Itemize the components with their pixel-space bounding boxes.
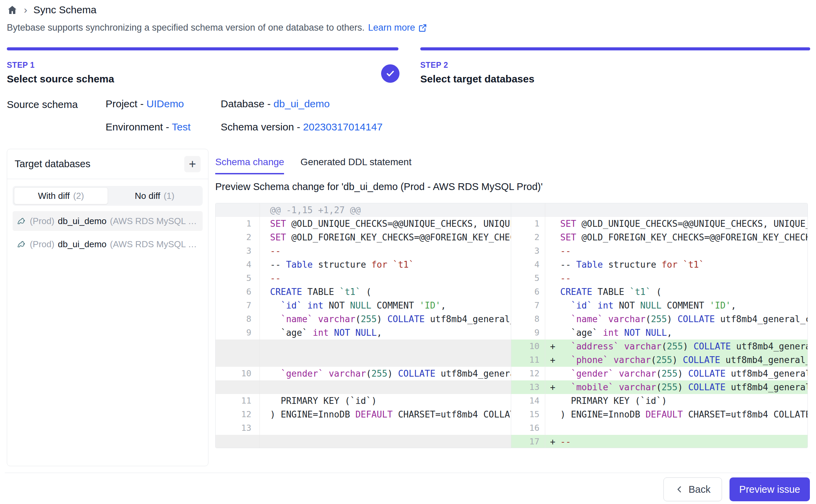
diff-marker (545, 258, 560, 271)
footer-divider (5, 473, 811, 473)
line-number: 2 (216, 231, 260, 244)
diff-row (216, 340, 511, 353)
db-environment: (Prod) (30, 239, 54, 250)
diff-row (216, 380, 511, 394)
line-number: 7 (216, 299, 260, 312)
diff-row: 3-- (216, 244, 511, 258)
line-number: 1 (216, 217, 260, 231)
db-environment: (Prod) (30, 216, 54, 226)
diff-row (216, 435, 511, 448)
environment-link[interactable]: Test (172, 121, 191, 132)
code-line: `address` varchar(255) COLLATE utf8mb4_g… (560, 340, 807, 353)
with-diff-count: (2) (73, 191, 84, 201)
source-project-field: Project - UIDemo (106, 98, 221, 110)
line-number: 10 (216, 367, 260, 380)
breadcrumb-separator-icon: › (24, 4, 27, 16)
code-line: -- Table structure for `t1` (260, 258, 511, 271)
code-line: `age` int NOT NULL, (560, 326, 807, 340)
home-icon[interactable] (7, 4, 18, 15)
sync-schema-page: › Sync Schema Bytebase supports synchron… (0, 0, 816, 504)
line-number: 8 (511, 312, 545, 326)
db-instance: (AWS RDS MySQL Prod) (110, 239, 199, 250)
learn-more-label: Learn more (368, 22, 415, 33)
page-description: Bytebase supports synchronizing a specif… (7, 22, 427, 33)
line-number: 14 (511, 394, 545, 408)
breadcrumb: › Sync Schema (7, 4, 96, 16)
line-number: 7 (511, 299, 545, 312)
tab-schema-change[interactable]: Schema change (215, 157, 284, 174)
code-line: SET @OLD_UNIQUE_CHECKS=@@UNIQUE_CHECKS, … (260, 217, 511, 231)
diff-row: 2SET @OLD_FOREIGN_KEY_CHECKS=@@FOREIGN_K… (511, 231, 807, 244)
line-number (216, 203, 260, 217)
line-number: 12 (216, 408, 260, 421)
database-list-item[interactable]: (Prod) db_ui_demo (AWS RDS MySQL Prod) (13, 234, 203, 254)
code-line: -- (560, 271, 807, 285)
step1-block: STEP 1 Select source schema (7, 61, 114, 85)
diff-marker (545, 394, 560, 408)
db-name: db_ui_demo (58, 216, 107, 226)
tab-generated-ddl[interactable]: Generated DDL statement (300, 157, 411, 174)
diff-row: 13+ `mobile` varchar(255) COLLATE utf8mb… (511, 380, 807, 394)
diff-row: 6CREATE TABLE `t1` ( (511, 285, 807, 299)
back-label: Back (689, 484, 710, 495)
target-databases-panel: Target databases + With diff (2) No diff… (7, 149, 208, 466)
line-number: 3 (511, 244, 545, 258)
diff-marker (545, 271, 560, 285)
diff-row: 4-- Table structure for `t1` (511, 258, 807, 271)
learn-more-link[interactable]: Learn more (368, 22, 427, 33)
line-number: 12 (511, 367, 545, 380)
schema-version-link[interactable]: 20230317014147 (303, 121, 383, 132)
diff-marker (545, 408, 560, 421)
preview-issue-button[interactable]: Preview issue (729, 477, 810, 501)
database-list-item[interactable]: (Prod) db_ui_demo (AWS RDS MySQL Prod) (13, 211, 203, 231)
step1-progress-bar (7, 47, 398, 50)
line-number: 11 (511, 353, 545, 367)
schema-tabs: Schema change Generated DDL statement (215, 157, 411, 174)
line-number: 10 (511, 340, 545, 353)
diff-row: 5-- (216, 271, 511, 285)
diff-row: 3-- (511, 244, 807, 258)
add-target-database-button[interactable]: + (184, 156, 201, 172)
diff-filter-segmented-control: With diff (2) No diff (1) (13, 186, 203, 206)
line-number: 9 (216, 326, 260, 340)
project-link[interactable]: UIDemo (146, 98, 184, 109)
source-environment-field: Environment - Test (106, 121, 221, 133)
diff-row: 8 `name` varchar(255) COLLATE utf8mb4_ge… (216, 312, 511, 326)
page-title: Sync Schema (33, 4, 96, 16)
line-number: 5 (511, 271, 545, 285)
code-line: CREATE TABLE `t1` ( (260, 285, 511, 299)
diff-row: 9 `age` int NOT NULL, (216, 326, 511, 340)
code-line: `gender` varchar(255) COLLATE utf8mb4_ge… (260, 367, 511, 380)
step1-title: Select source schema (7, 73, 114, 85)
line-number: 5 (216, 271, 260, 285)
source-database-field: Database - db_ui_demo (221, 98, 382, 110)
line-number: 15 (511, 408, 545, 421)
diff-marker: + (545, 435, 560, 448)
tab-with-diff[interactable]: With diff (2) (14, 187, 108, 204)
code-line: `phone` varchar(255) COLLATE utf8mb4_gen… (560, 353, 807, 367)
code-line: `gender` varchar(255) COLLATE utf8mb4_ge… (560, 367, 807, 380)
source-schema-version-field: Schema version - 20230317014147 (221, 121, 382, 133)
line-number (511, 203, 545, 217)
diff-row: 15) ENGINE=InnoDB DEFAULT CHARSET=utf8mb… (511, 408, 807, 421)
code-line (560, 421, 807, 435)
diff-row: 17+-- (511, 435, 807, 448)
diff-row (511, 203, 807, 217)
diff-pane-left: @@ -1,15 +1,27 @@1SET @OLD_UNIQUE_CHECKS… (216, 203, 511, 448)
diff-marker (545, 285, 560, 299)
db-instance: (AWS RDS MySQL Prod) (110, 216, 199, 226)
back-button[interactable]: Back (663, 477, 722, 501)
tab-no-diff[interactable]: No diff (1) (108, 187, 201, 204)
step2-label: STEP 2 (420, 61, 534, 70)
schema-version-label: Schema version - (221, 121, 303, 132)
step1-completed-check-icon (381, 64, 399, 83)
diff-row: 5-- (511, 271, 807, 285)
database-link[interactable]: db_ui_demo (273, 98, 330, 109)
source-schema-label: Source schema (7, 98, 106, 133)
code-line (260, 340, 511, 353)
diff-row: 1SET @OLD_UNIQUE_CHECKS=@@UNIQUE_CHECKS,… (216, 217, 511, 231)
diff-marker (545, 203, 560, 217)
preview-title: Preview Schema change for 'db_ui_demo (P… (215, 181, 543, 192)
diff-marker: + (545, 380, 560, 394)
line-number: 13 (216, 421, 260, 435)
